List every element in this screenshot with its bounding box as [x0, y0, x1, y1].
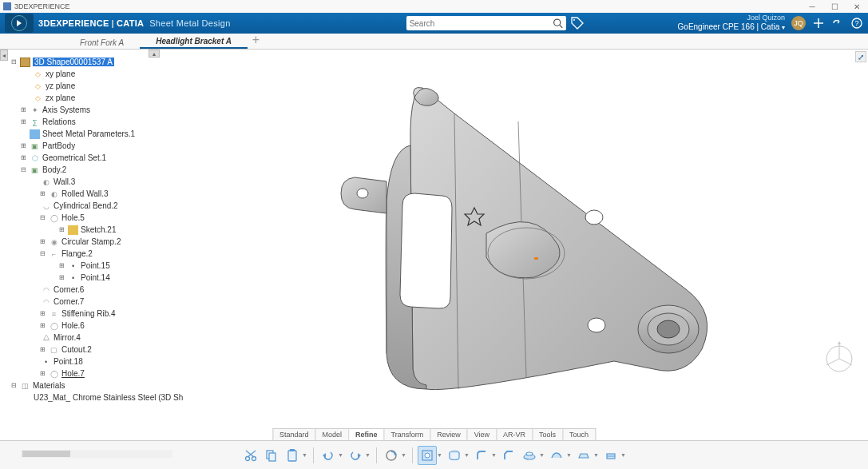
dropdown-icon[interactable]: ▼ — [620, 452, 627, 458]
tool-cutout-icon[interactable] — [418, 446, 437, 465]
tree-axis-systems[interactable]: ⊞✦Axis Systems — [19, 104, 169, 116]
hole-icon: ◯ — [49, 369, 59, 379]
tree-collapse-top[interactable]: ▴ — [149, 50, 160, 58]
btab-view[interactable]: View — [468, 429, 497, 440]
svg-point-12 — [588, 318, 605, 332]
tree-point[interactable]: ⊞•Point.15 — [57, 260, 169, 272]
viewport-3d[interactable] — [184, 58, 852, 432]
tree-relations[interactable]: ⊞∑Relations — [19, 116, 169, 128]
plane-icon: ◇ — [33, 70, 43, 79]
dropdown-icon[interactable]: ▼ — [593, 452, 600, 458]
tree-plane[interactable]: ◇xy plane — [30, 68, 169, 80]
compass-button[interactable] — [5, 14, 34, 33]
maximize-button[interactable]: ☐ — [823, 0, 846, 13]
svg-point-22 — [246, 456, 250, 460]
avatar[interactable]: JQ — [791, 16, 806, 30]
btab-review[interactable]: Review — [430, 429, 468, 440]
dropdown-icon[interactable]: ▼ — [464, 452, 470, 458]
tool-update-icon[interactable] — [382, 446, 401, 465]
tool-paste-icon[interactable] — [283, 446, 302, 465]
tree-material-item[interactable]: U23_Mat_ Chrome Stainless Steel (3D Sh — [29, 391, 169, 403]
app-icon — [3, 2, 11, 10]
svg-line-1 — [560, 25, 562, 27]
body-icon: ▣ — [30, 165, 40, 175]
btab-touch[interactable]: Touch — [563, 429, 595, 440]
tree-flange2[interactable]: ⊟⌐Flange.2 — [38, 248, 169, 260]
tool-stamp-icon[interactable] — [520, 446, 539, 465]
tree-sheetmetal-params[interactable]: Sheet Metal Parameters.1 — [19, 128, 169, 140]
search-box[interactable] — [406, 16, 566, 30]
tree-sketch[interactable]: ⊞Sketch.21 — [57, 224, 169, 236]
dropdown-icon[interactable]: ▼ — [566, 452, 573, 458]
dropdown-icon[interactable]: ▼ — [437, 452, 443, 458]
tree-corner[interactable]: ◠Corner.6 — [38, 284, 169, 296]
dropdown-icon[interactable]: ▼ — [401, 452, 407, 458]
tree-hole5[interactable]: ⊟◯Hole.5 — [38, 212, 169, 224]
relations-icon: ∑ — [30, 117, 40, 127]
tool-userstamp-icon[interactable] — [601, 446, 620, 465]
tab-headlight-bracket[interactable]: Headlight Bracket A — [140, 35, 248, 49]
tag-icon[interactable] — [571, 17, 584, 30]
close-button[interactable]: ✕ — [846, 0, 868, 13]
point-icon: • — [41, 357, 51, 367]
tree-collapse-left[interactable]: ◂ — [0, 50, 8, 61]
help-icon[interactable]: ? — [850, 17, 863, 30]
tree-materials[interactable]: ⊟◫Materials — [10, 380, 169, 391]
tree-cylbend[interactable]: ◡Cylindrical Bend.2 — [38, 200, 169, 212]
tree-point18[interactable]: •Point.18 — [38, 356, 169, 368]
tool-undo-icon[interactable] — [319, 446, 338, 465]
btab-model[interactable]: Model — [315, 429, 349, 440]
axis-icon: ✦ — [30, 105, 40, 115]
wall-icon: ◐ — [41, 177, 51, 187]
plane-icon: ◇ — [33, 93, 43, 103]
tree-circstamp[interactable]: ⊞◉Circular Stamp.2 — [38, 236, 169, 248]
tool-chamfer-icon[interactable] — [499, 446, 518, 465]
svg-line-24 — [246, 451, 254, 457]
tree-root[interactable]: ⊟3D Shape00001537 A — [10, 56, 169, 68]
tree-corner[interactable]: ◠Corner.7 — [38, 296, 169, 308]
tool-redo-icon[interactable] — [346, 446, 365, 465]
tree-cutout[interactable]: ⊞▢Cutout.2 — [38, 344, 169, 356]
tree-hole7[interactable]: ⊞◯Hole.7 — [38, 368, 169, 380]
tool-bead-icon[interactable] — [547, 446, 566, 465]
dropdown-icon[interactable]: ▼ — [365, 452, 371, 458]
search-icon[interactable] — [553, 18, 563, 29]
dropdown-icon[interactable]: ▼ — [491, 452, 497, 458]
tool-cut-icon[interactable] — [241, 446, 260, 465]
dropdown-icon[interactable]: ▼ — [302, 452, 308, 458]
tree-wall[interactable]: ◐Wall.3 — [38, 176, 169, 188]
tree-stiffrib[interactable]: ⊞≡Stiffening Rib.4 — [38, 308, 169, 320]
tab-front-fork[interactable]: Front Fork A — [64, 37, 140, 49]
tool-corner-icon[interactable] — [472, 446, 491, 465]
btab-refine[interactable]: Refine — [349, 429, 385, 440]
btab-tools[interactable]: Tools — [533, 429, 563, 440]
add-icon[interactable] — [812, 17, 825, 30]
feature-tree[interactable]: ⊟3D Shape00001537 A ◇xy plane ◇yz plane … — [10, 56, 169, 403]
btab-standard[interactable]: Standard — [273, 429, 316, 440]
tree-body2[interactable]: ⊟▣Body.2 — [19, 164, 169, 176]
btab-arvr[interactable]: AR-VR — [497, 429, 533, 440]
svg-point-11 — [585, 210, 603, 225]
tool-louver-icon[interactable] — [574, 446, 593, 465]
tree-plane[interactable]: ◇zx plane — [30, 92, 169, 104]
user-context[interactable]: Joel Quizon GoEngineer CPE 166 | Catia ▾ — [678, 14, 785, 32]
dropdown-icon[interactable]: ▼ — [539, 452, 545, 458]
tree-geomset[interactable]: ⊞⬡Geometrical Set.1 — [19, 152, 169, 164]
search-input[interactable] — [410, 19, 553, 28]
tree-plane[interactable]: ◇yz plane — [30, 80, 169, 92]
tree-partbody[interactable]: ⊞▣PartBody — [19, 140, 169, 152]
expand-panel-button[interactable]: ⤢ — [855, 51, 866, 62]
minimize-button[interactable]: ─ — [801, 0, 823, 13]
tab-add-button[interactable]: + — [248, 31, 264, 49]
share-icon[interactable] — [831, 17, 844, 30]
tree-hole6[interactable]: ⊞◯Hole.6 — [38, 320, 169, 332]
dropdown-icon[interactable]: ▼ — [338, 452, 344, 458]
tree-mirror[interactable]: ⧋Mirror.4 — [38, 332, 169, 344]
tree-point[interactable]: ⊞•Point.14 — [57, 272, 169, 284]
btab-transform[interactable]: Transform — [384, 429, 430, 440]
tool-copy-icon[interactable] — [262, 446, 281, 465]
tree-scrollbar[interactable] — [21, 450, 172, 458]
tree-rolledwall[interactable]: ⊞◐Rolled Wall.3 — [38, 188, 169, 200]
view-compass-icon[interactable] — [822, 341, 857, 376]
tool-hole-icon[interactable] — [445, 446, 464, 465]
